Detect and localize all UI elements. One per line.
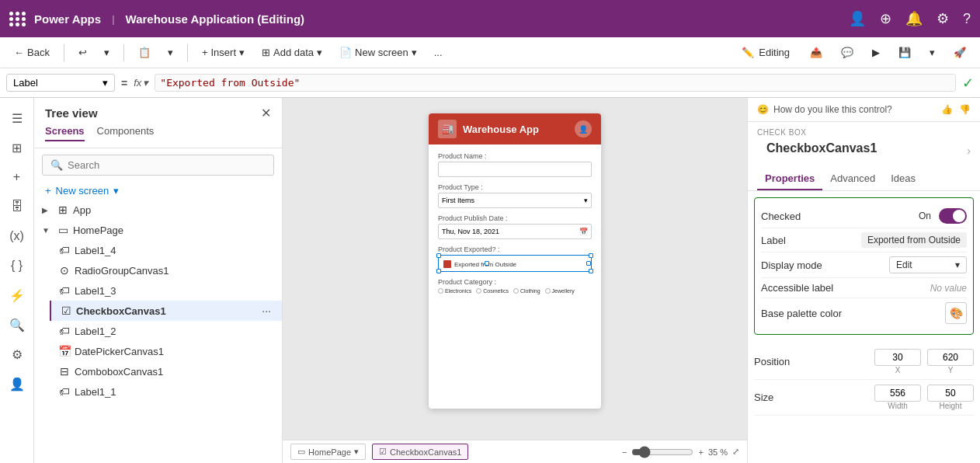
settings-icon[interactable]: ⚙ — [3, 340, 31, 368]
undo-button[interactable]: ↩ — [72, 44, 93, 61]
tab-advanced[interactable]: Advanced — [822, 168, 883, 190]
layers-icon[interactable]: ⊞ — [3, 134, 31, 162]
extra-prop-position: Position X Y — [754, 344, 974, 380]
handle-tl — [436, 253, 441, 258]
search-left-icon[interactable]: 🔍 — [3, 311, 31, 339]
canvas-checkbox[interactable] — [443, 260, 451, 268]
insert-button[interactable]: + Insert ▾ — [196, 44, 251, 61]
tab-screens[interactable]: Screens — [45, 125, 85, 141]
save-dropdown[interactable]: ▾ — [923, 44, 941, 61]
radio-dot-1 — [438, 288, 443, 294]
preview-button[interactable]: ▶ — [866, 44, 886, 61]
zoom-minus-button[interactable]: − — [622, 447, 627, 457]
prop-row-label: Label Exported from Outside — [761, 228, 967, 252]
radiogroup-label: RadioGroupCanvas1 — [75, 265, 271, 277]
new-screen-icon: 📄 — [339, 47, 352, 58]
panel-section-header: CHECK BOX — [748, 122, 980, 140]
thumbs-down-icon[interactable]: 👎 — [959, 104, 971, 115]
radio-electronics[interactable]: Electronics — [438, 288, 471, 294]
formula-confirm[interactable]: ✓ — [962, 75, 974, 92]
label11-text: Label1_1 — [75, 386, 271, 398]
size-width-input[interactable] — [874, 385, 921, 402]
position-x-input[interactable] — [874, 349, 921, 366]
radio-cosmetics[interactable]: Cosmetics — [476, 288, 509, 294]
prop-palette-button[interactable]: 🎨 — [945, 302, 967, 324]
undo-dropdown[interactable]: ▾ — [98, 44, 116, 61]
combobox-label: ComboboxCanvas1 — [75, 366, 271, 378]
gear-icon[interactable]: ⚙ — [937, 10, 949, 27]
formula-input[interactable]: "Exported from Outside" — [155, 74, 956, 92]
tab-components[interactable]: Components — [97, 125, 155, 141]
tree-item-label12[interactable]: 🏷 Label1_2 — [50, 321, 282, 341]
position-y-input[interactable] — [927, 349, 974, 366]
new-screen-button-sidebar[interactable]: + New screen ▾ — [34, 182, 282, 200]
property-selector[interactable]: Label ▾ — [6, 74, 115, 92]
fx-button[interactable]: fx ▾ — [134, 77, 148, 89]
tree-item-label14[interactable]: 🏷 Label1_4 — [50, 240, 282, 260]
prop-displaymode-dropdown[interactable]: Edit ▾ — [889, 256, 967, 273]
insert-icon[interactable]: + — [3, 163, 31, 191]
prop-label-value[interactable]: Exported from Outside — [861, 232, 967, 248]
zoom-slider[interactable] — [631, 446, 693, 458]
add-data-button[interactable]: ⊞ Add data ▾ — [255, 44, 328, 61]
pencil-icon: ✏️ — [742, 47, 754, 58]
tree-item-label11[interactable]: 🏷 Label1_1 — [50, 381, 282, 402]
share-button[interactable]: 📤 — [804, 44, 829, 61]
sidebar-close-button[interactable]: ✕ — [261, 106, 271, 120]
bell-icon[interactable]: 🔔 — [905, 10, 923, 27]
connect-icon[interactable]: ⚡ — [3, 281, 31, 309]
canvas-date-input[interactable]: Thu, Nov 18, 2021 📅 — [438, 224, 592, 239]
tree-item-datepicker[interactable]: 📅 DatePickerCanvas1 — [50, 341, 282, 361]
tree-item-radiogroup[interactable]: ⊙ RadioGroupCanvas1 — [50, 260, 282, 280]
radio-jewellery[interactable]: Jewellery — [545, 288, 575, 294]
homepage-tab[interactable]: ▭ HomePage ▾ — [290, 444, 366, 460]
combobox-icon: ⊟ — [57, 364, 71, 378]
palette-icon: 🎨 — [950, 307, 963, 319]
radio-dot-4 — [545, 288, 551, 294]
menu-icon[interactable]: ☰ — [3, 104, 31, 132]
panel-body: Checked On Label Exported from Outside D… — [748, 191, 980, 463]
tree-item-checkbox[interactable]: ☑ CheckboxCanvas1 ··· — [50, 301, 282, 321]
publish-button[interactable]: 🚀 — [947, 44, 972, 61]
add-data-dropdown-icon: ▾ — [317, 47, 322, 58]
tree-item-combobox[interactable]: ⊟ ComboboxCanvas1 — [50, 361, 282, 381]
help-icon[interactable]: ? — [963, 11, 971, 27]
person-icon[interactable]: 👤 — [849, 10, 866, 27]
back-button[interactable]: ← Back — [8, 44, 56, 61]
more-button[interactable]: ... — [428, 44, 449, 61]
size-height-input[interactable] — [927, 385, 974, 402]
code-icon[interactable]: { } — [3, 252, 31, 280]
comment-button[interactable]: 💬 — [835, 44, 860, 61]
canvas-product-name-input[interactable] — [438, 162, 592, 177]
zoom-plus-button[interactable]: + — [698, 447, 703, 457]
tree-item-label13[interactable]: 🏷 Label1_3 — [50, 280, 282, 301]
copy-dropdown[interactable]: ▾ — [162, 44, 179, 61]
new-screen-button[interactable]: 📄 New screen ▾ — [333, 44, 423, 61]
copy-button[interactable]: 📋 — [132, 44, 157, 61]
variable-icon[interactable]: (x) — [3, 222, 31, 250]
canvas-product-type-dropdown[interactable]: First Items ▾ — [438, 193, 592, 208]
checkbox-tab[interactable]: ☑ CheckboxCanvas1 — [372, 444, 468, 460]
compare-icon[interactable]: ⊕ — [880, 10, 891, 27]
search-input[interactable] — [68, 159, 266, 171]
prop-on-label: On — [919, 211, 931, 221]
thumbs-up-icon[interactable]: 👍 — [941, 104, 953, 115]
radio-clothing[interactable]: Clothing — [513, 288, 540, 294]
tab-ideas[interactable]: Ideas — [883, 168, 923, 190]
account-icon[interactable]: 👤 — [3, 370, 31, 398]
prop-toggle[interactable] — [939, 208, 967, 224]
tree-item-homepage[interactable]: ▼ ▭ HomePage — [34, 220, 282, 240]
prop-row-accessible: Accessible label No value — [761, 278, 967, 298]
prop-accessible-value[interactable]: No value — [930, 283, 967, 294]
data-icon[interactable]: 🗄 — [3, 193, 31, 221]
panel-chevron-right[interactable]: › — [967, 144, 971, 157]
homepage-label: HomePage — [73, 225, 271, 236]
item-more-button[interactable]: ··· — [262, 305, 271, 317]
expand-icon[interactable]: ⤢ — [732, 447, 739, 457]
canvas-header: 🏭 Warehouse App 👤 — [429, 113, 601, 144]
save-button[interactable]: 💾 — [892, 44, 917, 61]
editing-button[interactable]: ✏️ Editing — [734, 44, 798, 61]
tab-properties[interactable]: Properties — [757, 168, 822, 190]
tree-item-app[interactable]: ▶ ⊞ App — [34, 200, 282, 220]
waffle-icon[interactable] — [9, 12, 26, 26]
